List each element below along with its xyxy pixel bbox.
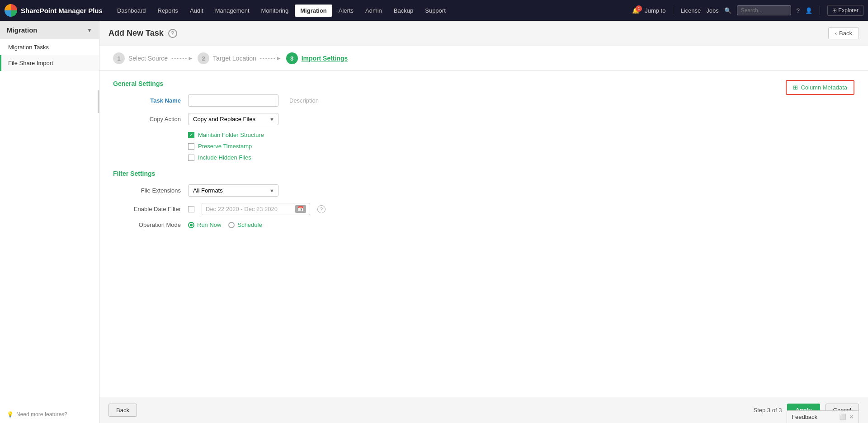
- search-input[interactable]: [737, 5, 791, 15]
- sidebar-collapse-arrow[interactable]: ▼: [87, 27, 92, 33]
- nav-items: Dashboard Reports Audit Management Monit…: [112, 5, 632, 17]
- include-hidden-files-row: Include Hidden Files: [188, 154, 854, 161]
- include-hidden-files-label: Include Hidden Files: [198, 154, 251, 161]
- feedback-minimize-icon[interactable]: ⬜: [839, 414, 846, 420]
- top-navigation: SharePoint Manager Plus Dashboard Report…: [0, 0, 868, 21]
- date-filter-label: Enable Date Filter: [113, 206, 181, 212]
- date-filter-checkbox[interactable]: [188, 206, 194, 212]
- date-filter-row: Enable Date Filter Dec 22 2020 - Dec 23 …: [113, 203, 854, 215]
- nav-right: 🔔 1 Jump to License Jobs 🔍 ? 👤 ⊞ Explore…: [632, 5, 863, 16]
- maintain-folder-structure-checkbox[interactable]: [188, 132, 194, 138]
- app-logo: SharePoint Manager Plus: [5, 4, 103, 17]
- step-dots-2: ------►: [260, 55, 283, 61]
- nav-alerts[interactable]: Alerts: [333, 5, 359, 17]
- jump-to[interactable]: Jump to: [645, 7, 665, 14]
- main-layout: Migration ▼ Migration Tasks File Share I…: [0, 21, 868, 423]
- nav-management[interactable]: Management: [210, 5, 255, 17]
- step-1: 1 Select Source: [113, 52, 168, 64]
- file-ext-dropdown-arrow: ▼: [266, 188, 278, 193]
- app-name: SharePoint Manager Plus: [21, 7, 103, 14]
- form-area: ⊞ Column Metadata General Settings Task …: [99, 71, 868, 397]
- nav-backup[interactable]: Backup: [388, 5, 419, 17]
- nav-migration[interactable]: Migration: [295, 5, 332, 17]
- nav-audit[interactable]: Audit: [184, 5, 209, 17]
- main-content: Add New Task ? ‹ Back 1 Select Source --…: [99, 21, 868, 423]
- file-ext-select-wrapper: All Formats Custom ▼: [188, 184, 278, 197]
- copy-action-label: Copy Action: [113, 116, 181, 122]
- nav-support[interactable]: Support: [420, 5, 451, 17]
- step-3-circle: 3: [286, 52, 298, 64]
- license-link[interactable]: License: [680, 7, 701, 14]
- notification-badge: 1: [636, 5, 642, 12]
- need-features[interactable]: 💡 Need more features?: [0, 406, 99, 423]
- step-2-label: Target Location: [213, 55, 256, 62]
- operation-mode-row: Operation Mode Run Now Schedule: [113, 221, 854, 228]
- step-2: 2 Target Location: [198, 52, 256, 64]
- explorer-button[interactable]: ⊞ Explorer: [827, 5, 863, 16]
- step-1-label: Select Source: [128, 55, 168, 62]
- filter-settings-title: Filter Settings: [113, 170, 854, 177]
- notification-bell[interactable]: 🔔 1: [632, 7, 639, 14]
- feedback-close-icon[interactable]: ✕: [849, 414, 854, 420]
- radio-run-now[interactable]: Run Now: [188, 221, 221, 228]
- copy-action-row: Copy Action Copy and Replace Files Skip …: [113, 113, 854, 125]
- nav-reports[interactable]: Reports: [152, 5, 184, 17]
- preserve-timestamp-label: Preserve Timestamp: [198, 143, 252, 150]
- date-range-input-wrapper: Dec 22 2020 - Dec 23 2020 📅: [202, 203, 310, 215]
- radio-run-now-circle: [188, 222, 194, 228]
- page-title-area: Add New Task ?: [108, 28, 177, 38]
- general-settings-section: General Settings Task Name Description C…: [113, 80, 854, 161]
- date-filter-help-icon[interactable]: ?: [317, 205, 326, 213]
- radio-schedule-label: Schedule: [237, 221, 262, 228]
- column-metadata-button[interactable]: ⊞ Column Metadata: [786, 80, 854, 95]
- header-back-button[interactable]: ‹ Back: [828, 27, 859, 39]
- divider: [673, 6, 673, 15]
- sidebar: Migration ▼ Migration Tasks File Share I…: [0, 21, 99, 423]
- file-extensions-select[interactable]: All Formats Custom: [189, 185, 266, 196]
- steps-wizard: 1 Select Source ------► 2 Target Locatio…: [99, 46, 868, 71]
- nav-admin[interactable]: Admin: [360, 5, 387, 17]
- nav-monitoring[interactable]: Monitoring: [256, 5, 294, 17]
- maintain-folder-structure-row: Maintain Folder Structure: [188, 132, 854, 138]
- preserve-timestamp-checkbox[interactable]: [188, 143, 194, 150]
- form-footer: Back Step 3 of 3 Apply Cancel: [99, 397, 868, 423]
- general-settings-title: General Settings: [113, 80, 854, 87]
- file-extensions-row: File Extensions All Formats Custom ▼: [113, 184, 854, 197]
- description-link[interactable]: Description: [289, 97, 319, 104]
- page-help-icon[interactable]: ?: [168, 29, 177, 38]
- bulb-icon: 💡: [7, 411, 14, 418]
- operation-mode-radio-group: Run Now Schedule: [188, 221, 262, 228]
- preserve-timestamp-row: Preserve Timestamp: [188, 143, 854, 150]
- step-info: Step 3 of 3: [754, 407, 782, 414]
- task-name-row: Task Name Description: [113, 94, 854, 107]
- copy-action-dropdown-arrow: ▼: [266, 117, 278, 122]
- copy-action-select[interactable]: Copy and Replace Files Skip Existing Fil…: [189, 113, 266, 125]
- radio-schedule[interactable]: Schedule: [228, 221, 262, 228]
- include-hidden-files-checkbox[interactable]: [188, 155, 194, 161]
- calendar-icon[interactable]: 📅: [295, 205, 306, 213]
- copy-action-select-wrapper: Copy and Replace Files Skip Existing Fil…: [188, 113, 278, 125]
- nav-dashboard[interactable]: Dashboard: [112, 5, 151, 17]
- task-name-input[interactable]: [188, 94, 278, 107]
- step-1-circle: 1: [113, 52, 125, 64]
- search-icon: 🔍: [724, 7, 731, 14]
- jobs-link[interactable]: Jobs: [706, 7, 718, 14]
- sidebar-item-migration-tasks[interactable]: Migration Tasks: [0, 39, 99, 55]
- help-icon[interactable]: ?: [797, 7, 800, 14]
- file-extensions-label: File Extensions: [113, 187, 181, 194]
- feedback-icons: ⬜ ✕: [839, 414, 854, 420]
- divider2: [820, 6, 820, 15]
- footer-back-button[interactable]: Back: [108, 404, 137, 417]
- page-title: Add New Task: [108, 28, 164, 38]
- feedback-widget: Feedback ⬜ ✕: [787, 410, 859, 423]
- maintain-folder-structure-label: Maintain Folder Structure: [198, 132, 264, 138]
- sidebar-title: Migration: [7, 26, 38, 34]
- sidebar-item-file-share-import[interactable]: File Share Import: [0, 55, 99, 71]
- step-2-circle: 2: [198, 52, 209, 64]
- step-3-label: Import Settings: [302, 55, 348, 62]
- step-3: 3 Import Settings: [286, 52, 348, 64]
- user-icon[interactable]: 👤: [805, 7, 812, 14]
- table-icon: ⊞: [793, 84, 798, 91]
- filter-settings-section: Filter Settings File Extensions All Form…: [113, 170, 854, 228]
- operation-mode-label: Operation Mode: [113, 221, 181, 228]
